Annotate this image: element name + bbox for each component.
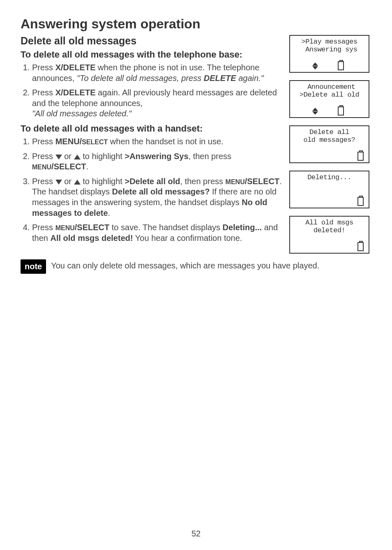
text: Press [32, 63, 55, 72]
main-column: Delete all old messages To delete all ol… [21, 35, 282, 254]
quote: "To delete all old messages, press [77, 74, 204, 83]
handset-screen: Deleting... [289, 171, 369, 208]
battery-icon [338, 106, 344, 116]
list-item: Press MENU/SELECT to save. The handset d… [32, 222, 282, 243]
text: You hear a confirmation tone. [133, 233, 242, 243]
text: . [86, 162, 89, 171]
note-text: You can only delete old messages, which … [51, 259, 319, 270]
text: or [62, 177, 74, 186]
list-item: Press X/DELETE again. All previously hea… [32, 88, 282, 119]
list-item: Press MENU/SELECT when the handset is no… [32, 136, 282, 147]
display-text: Delete all old messages? [112, 187, 210, 196]
up-down-icon [312, 108, 318, 115]
key-name: MENU [226, 178, 245, 185]
note-row: note You can only delete old messages, w… [21, 259, 371, 274]
key-name: MENU [32, 164, 51, 171]
key-name: MENU/ [55, 137, 82, 146]
page-number: 52 [0, 529, 392, 538]
screen-line: All old msgs [292, 219, 367, 227]
list-item: Press or to highlight >Delete all old, t… [32, 176, 282, 218]
text: Press [32, 152, 55, 161]
key-name: /SELECT [75, 223, 109, 232]
list-item: Press or to highlight >Answering Sys, th… [32, 151, 282, 172]
key-name: MENU [55, 224, 75, 231]
menu-option: >Answering Sys [125, 152, 188, 161]
text: Press [32, 137, 55, 146]
screen-line: >Play messages [292, 38, 367, 46]
up-arrow-icon [74, 155, 81, 159]
subheading-handset: To delete all old messages with a handse… [21, 123, 282, 134]
key-name: DELETE [204, 74, 236, 83]
menu-option: >Delete all old [125, 177, 180, 186]
list-item: Press X/DELETE when the phone is not in … [32, 62, 282, 83]
handset-steps-list: Press MENU/SELECT when the handset is no… [21, 136, 282, 243]
screen-line: Delete all [292, 129, 367, 136]
key-name: /SELECT [51, 162, 86, 171]
text: , then press [189, 152, 232, 161]
screen-line: >Delete all old [292, 91, 367, 99]
text: . [108, 208, 111, 217]
text: to save. The handset displays [109, 223, 222, 232]
text: Press [32, 88, 55, 97]
note-badge: note [21, 259, 46, 274]
page-title: Answering system operation [21, 16, 371, 32]
text: to highlight [81, 152, 125, 161]
key-name: X/DELETE [55, 63, 96, 72]
handset-screen: Announcement >Delete all old [289, 80, 369, 118]
down-arrow-icon [55, 155, 62, 159]
up-arrow-icon [74, 180, 81, 185]
battery-icon [357, 197, 364, 206]
text: to highlight [81, 177, 125, 186]
screen-line: Answering sys [292, 46, 367, 54]
screen-column: >Play messages Answering sys Announcemen… [289, 35, 371, 254]
down-arrow-icon [55, 180, 62, 185]
text: when the handset is not in use. [108, 137, 223, 146]
text: , then press [180, 177, 226, 186]
display-text: All old msgs deleted! [50, 233, 133, 243]
text: Press [32, 177, 55, 186]
battery-icon [357, 242, 364, 251]
base-steps-list: Press X/DELETE when the phone is not in … [21, 62, 282, 119]
section-heading: Delete all old messages [21, 35, 282, 47]
text: Press [32, 223, 55, 232]
display-text: Deleting... [223, 223, 262, 232]
up-down-icon [312, 62, 318, 69]
handset-screen: Delete all old messages? [289, 125, 369, 163]
screen-line: deleted! [292, 227, 367, 235]
screen-line: Announcement [292, 83, 367, 91]
key-name: SELECT [82, 139, 108, 146]
quote: again." [236, 74, 264, 83]
handset-screen: All old msgs deleted! [289, 216, 369, 254]
quote: "All old messages deleted." [32, 109, 131, 118]
battery-icon [338, 61, 344, 70]
screen-line: Deleting... [292, 174, 367, 182]
subheading-base: To delete all old messages with the tele… [21, 49, 282, 60]
screen-line: old messages? [292, 136, 367, 144]
key-name: X/DELETE [55, 88, 96, 97]
text: or [62, 152, 74, 161]
key-name: /SELECT [245, 177, 279, 186]
handset-screen: >Play messages Answering sys [289, 35, 369, 73]
battery-icon [357, 152, 364, 161]
